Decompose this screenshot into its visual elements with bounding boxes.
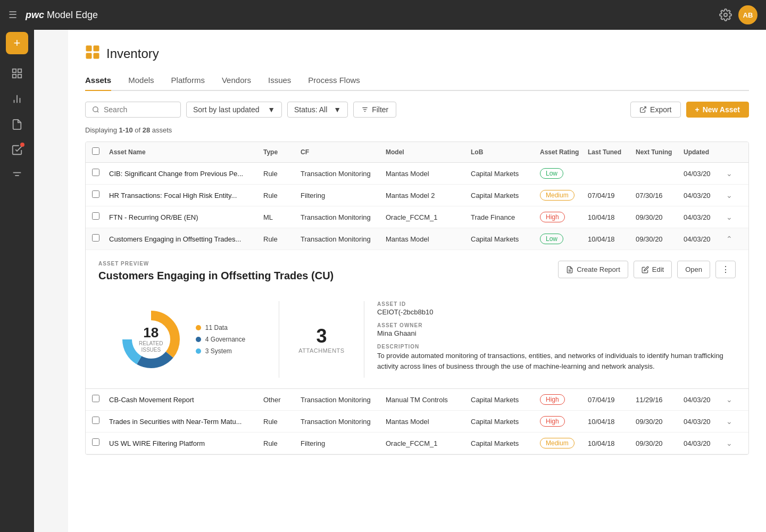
tabs-bar: Assets Models Platforms Vendors Issues P… [85,76,749,91]
cell-lob: Capital Markets [471,439,540,447]
tab-models[interactable]: Models [128,76,154,91]
more-options-button[interactable]: ⋮ [715,261,736,278]
col-lob: LoB [471,148,540,156]
tab-issues[interactable]: Issues [268,76,291,91]
legend-label-system: 3 System [205,347,232,355]
sidebar-add-button[interactable]: + [6,32,28,54]
col-asset-name: Asset Name [109,148,263,156]
svg-point-0 [724,13,727,16]
cell-lob: Capital Markets [471,396,540,404]
svg-rect-12 [94,46,99,51]
legend-item-data: 11 Data [196,324,245,331]
row-expand-chevron[interactable]: ⌄ [726,417,742,426]
preview-attachments-section: 3 ATTACHMENTS [279,301,364,378]
table-row[interactable]: CIB: Significant Change from Previous Pe… [86,163,748,185]
open-button[interactable]: Open [677,261,710,278]
tab-process-flows[interactable]: Process Flows [308,76,360,91]
legend-label-governance: 4 Governance [205,336,245,343]
row-checkbox[interactable] [92,212,99,220]
table-row[interactable]: US WL WIRE Filtering Platform Rule Filte… [86,433,748,454]
meta-label-description: DESCRIPTION [377,344,736,350]
row-expand-chevron[interactable]: ⌄ [726,439,742,447]
cell-model: Manual TM Controls [386,396,471,404]
sidebar-item-dashboard[interactable] [6,63,28,84]
table-row[interactable]: HR Transactions: Focal High Risk Entity.… [86,185,748,206]
row-checkbox[interactable] [92,395,99,402]
legend-dot-governance [196,337,201,342]
svg-line-20 [643,107,646,110]
new-asset-button[interactable]: + New Asset [686,102,749,118]
cell-last-tuned: 07/04/19 [588,192,636,200]
table-row[interactable]: Trades in Securities with Near-Term Matu… [86,411,748,433]
svg-rect-1 [13,69,16,72]
table-row[interactable]: Customers Engaging in Offsetting Trades.… [86,228,748,250]
cell-next-tuning: 11/29/16 [636,396,684,404]
export-button[interactable]: Export [630,102,680,118]
row-expand-chevron[interactable]: ⌄ [726,191,742,200]
cell-asset-name: CIB: Significant Change from Previous Pe… [109,170,263,178]
displaying-count: Displaying 1-10 of 28 assets [85,126,749,134]
sidebar-item-documents[interactable] [6,114,28,135]
report-icon [566,266,573,273]
cell-type: Rule [263,418,301,426]
cell-type: ML [263,213,301,221]
user-avatar[interactable]: AB [738,5,757,24]
hamburger-icon[interactable]: ☰ [9,9,17,21]
cell-lob: Capital Markets [471,192,540,200]
sidebar-item-filter[interactable] [6,165,28,186]
cell-rating: High [540,394,588,405]
cell-lob: Capital Markets [471,235,540,243]
rating-badge: High [540,212,565,222]
legend-item-governance: 4 Governance [196,336,245,343]
row-checkbox[interactable] [92,234,99,242]
donut-legend: 11 Data 4 Governance 3 System [196,324,245,355]
row-collapse-chevron[interactable]: ⌃ [726,235,742,243]
settings-icon[interactable] [719,9,732,21]
sidebar-item-charts[interactable] [6,88,28,110]
create-report-button[interactable]: Create Report [558,261,628,278]
sidebar-item-tasks[interactable] [6,139,28,161]
status-dropdown[interactable]: Status: All ▼ [287,102,348,118]
table-row[interactable]: FTN - Recurring OR/BE (EN) ML Transactio… [86,206,748,228]
page-title: Inventory [106,46,159,61]
tab-platforms[interactable]: Platforms [171,76,205,91]
meta-label-asset-id: ASSET ID [377,301,736,307]
cell-updated: 04/03/20 [684,418,726,426]
cell-last-tuned: 10/04/18 [588,439,636,447]
cell-model: Oracle_FCCM_1 [386,213,471,221]
rating-badge: High [540,394,565,405]
preview-chart-section: 18 RELATEDISSUES 11 Data 4 Gover [98,301,279,378]
legend-item-system: 3 System [196,347,245,355]
cell-cf: Filtering [301,192,386,200]
row-expand-chevron[interactable]: ⌄ [726,395,742,404]
filter-icon [361,106,369,113]
sort-dropdown[interactable]: Sort by last updated ▼ [186,102,282,118]
tab-assets[interactable]: Assets [85,76,111,91]
search-input[interactable] [104,105,174,114]
row-expand-chevron[interactable]: ⌄ [726,169,742,178]
table-row[interactable]: CB-Cash Movement Report Other Transactio… [86,389,748,411]
row-checkbox[interactable] [92,169,99,176]
cell-lob: Trade Finance [471,213,540,221]
row-expand-chevron[interactable]: ⌄ [726,213,742,221]
cell-rating: Medium [540,438,588,448]
cell-cf: Transaction Monitoring [301,235,386,243]
preview-body: 18 RELATEDISSUES 11 Data 4 Gover [98,301,736,378]
row-checkbox[interactable] [92,438,99,446]
row-checkbox[interactable] [92,190,99,198]
cell-next-tuning: 09/30/20 [636,213,684,221]
select-all-checkbox[interactable] [92,147,99,155]
edit-button[interactable]: Edit [634,261,672,278]
rating-badge: Low [540,168,563,179]
meta-asset-owner: ASSET OWNER Mina Ghaani [377,322,736,337]
tab-vendors[interactable]: Vendors [222,76,251,91]
filter-button[interactable]: Filter [353,102,396,118]
preview-header-left: ASSET PREVIEW Customers Engaging in Offs… [98,261,558,293]
col-type: Type [263,148,301,156]
row-checkbox[interactable] [92,417,99,424]
meta-value-description: To provide automated monitoring of trans… [377,351,736,371]
col-next-tuning: Next Tuning [636,148,684,156]
search-box[interactable] [85,102,181,118]
svg-rect-14 [94,53,99,59]
cell-asset-name: HR Transactions: Focal High Risk Entity.… [109,192,263,200]
